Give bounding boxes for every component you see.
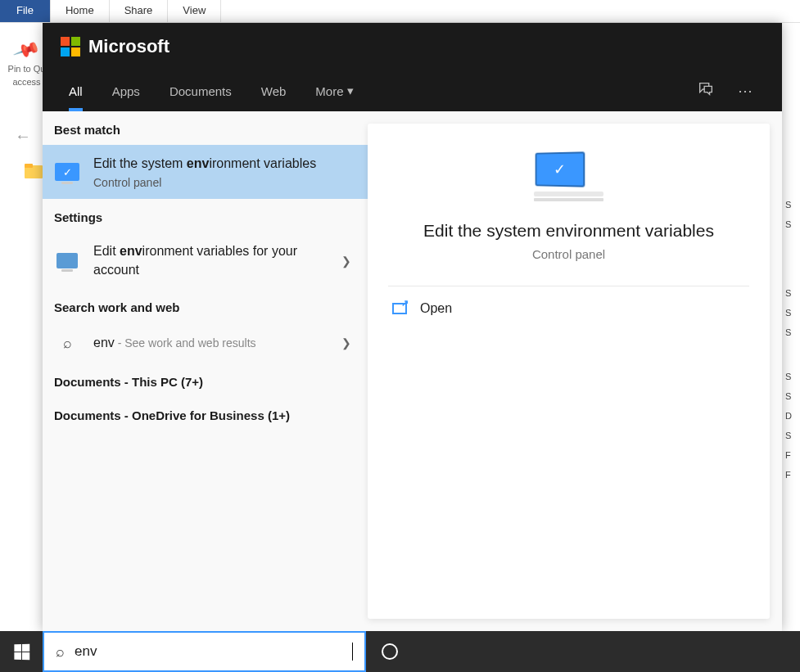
text-cursor — [352, 643, 353, 661]
chevron-right-icon[interactable]: ❯ — [337, 255, 356, 268]
preview-subtitle: Control panel — [532, 247, 605, 261]
result-title: Edit the system environment variables — [93, 155, 356, 173]
open-external-icon — [392, 303, 407, 314]
cortana-icon — [382, 643, 398, 660]
open-action[interactable]: Open — [368, 286, 770, 331]
microsoft-brand-text: Microsoft — [88, 36, 169, 57]
svg-rect-1 — [25, 164, 33, 168]
taskbar: ⌕ — [0, 631, 800, 672]
search-icon: ⌕ — [56, 643, 65, 661]
work-web-header: Search work and web — [43, 289, 368, 322]
ribbon-file-tab[interactable]: File — [0, 0, 51, 22]
microsoft-header: Microsoft — [43, 23, 782, 70]
search-filter-bar: All Apps Documents Web More ▾ ⋯ — [43, 70, 782, 111]
result-title: env - See work and web results — [93, 334, 323, 352]
folder-icon[interactable] — [25, 164, 43, 178]
result-edit-system-env[interactable]: ✓ Edit the system environment variables … — [43, 145, 368, 199]
back-arrow-icon[interactable]: ← — [15, 127, 31, 146]
result-title: Edit environment variables for your acco… — [93, 242, 323, 279]
background-right-column: S S S S S S S D S F F — [782, 23, 800, 631]
search-icon: ⌕ — [63, 335, 72, 352]
filter-web-tab[interactable]: Web — [246, 70, 301, 111]
filter-all-tab[interactable]: All — [61, 70, 97, 111]
start-button[interactable] — [0, 631, 43, 672]
windows-logo-icon — [14, 643, 29, 660]
filter-apps-tab[interactable]: Apps — [97, 70, 155, 111]
filter-documents-tab[interactable]: Documents — [155, 70, 246, 111]
preview-monitor-icon: ✓ — [534, 152, 603, 201]
result-search-work-web[interactable]: ⌕ env - See work and web results ❯ — [43, 322, 368, 363]
more-options-icon[interactable]: ⋯ — [726, 82, 764, 100]
cortana-button[interactable] — [366, 631, 414, 672]
ribbon-home-tab[interactable]: Home — [51, 0, 110, 22]
filter-more-tab[interactable]: More ▾ — [301, 70, 368, 111]
taskbar-search-box[interactable]: ⌕ — [43, 631, 366, 672]
chevron-right-icon[interactable]: ❯ — [337, 336, 356, 350]
ribbon-share-tab[interactable]: Share — [110, 0, 169, 22]
search-panel: Microsoft All Apps Documents Web More ▾ … — [43, 23, 782, 631]
microsoft-logo-icon — [61, 37, 80, 56]
preview-title: Edit the system environment variables — [423, 221, 714, 241]
open-label: Open — [420, 301, 452, 316]
result-edit-account-env[interactable]: Edit environment variables for your acco… — [43, 232, 368, 289]
results-list: Best match ✓ Edit the system environment… — [43, 111, 368, 631]
ribbon-view-tab[interactable]: View — [168, 0, 221, 22]
preview-pane: ✓ Edit the system environment variables … — [368, 124, 770, 619]
monitor-icon — [56, 253, 78, 268]
documents-onedrive-header[interactable]: Documents - OneDrive for Business (1+) — [43, 397, 368, 431]
result-subtitle: Control panel — [93, 176, 356, 189]
search-input[interactable] — [75, 643, 350, 660]
monitor-check-icon: ✓ — [55, 163, 79, 181]
feedback-icon[interactable] — [685, 80, 726, 102]
best-match-header: Best match — [43, 111, 368, 145]
settings-header: Settings — [43, 199, 368, 232]
documents-thispc-header[interactable]: Documents - This PC (7+) — [43, 363, 368, 397]
pin-icon: 📌 — [12, 36, 41, 65]
